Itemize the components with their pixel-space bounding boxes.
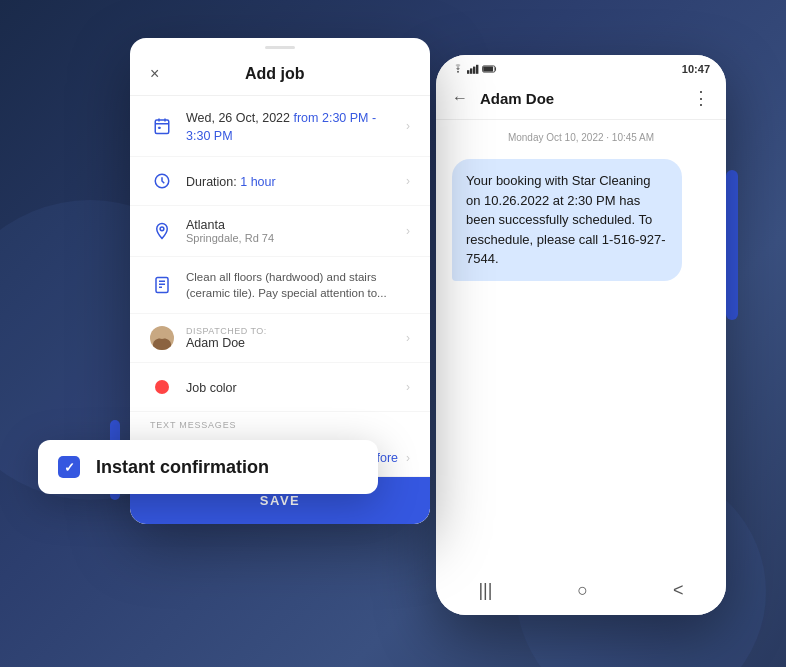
location-content: Atlanta Springdale, Rd 74 (186, 218, 398, 244)
chevron-right-icon: › (406, 174, 410, 188)
svg-rect-16 (483, 67, 493, 72)
nav-home-icon[interactable]: ○ (577, 580, 588, 601)
phone-nav-bar: ||| ○ < (436, 570, 726, 615)
chevron-right-icon: › (406, 451, 410, 465)
sms-phone: 10:47 ← Adam Doe ⋮ Monday Oct 10, 2022 ·… (436, 55, 726, 615)
close-button[interactable]: × (150, 66, 159, 82)
date-content: Wed, 26 Oct, 2022 from 2:30 PM - 3:30 PM (186, 108, 398, 144)
checkmark-icon: ✓ (64, 460, 75, 475)
nav-recent-apps-icon[interactable]: ||| (478, 580, 492, 601)
card-header: × Add job (130, 49, 430, 96)
date-row[interactable]: Wed, 26 Oct, 2022 from 2:30 PM - 3:30 PM… (130, 96, 430, 157)
notes-content: Clean all floors (hardwood) and stairs (… (186, 269, 410, 301)
svg-rect-12 (470, 68, 472, 73)
svg-point-6 (160, 227, 164, 231)
duration-row[interactable]: Duration: 1 hour › (130, 157, 430, 206)
document-icon (150, 273, 174, 297)
chat-header: ← Adam Doe ⋮ (436, 79, 726, 120)
svg-rect-4 (158, 127, 160, 129)
chat-bubble: Your booking with Star Cleaning on 10.26… (452, 159, 682, 281)
location-icon (150, 219, 174, 243)
chat-date-label: Monday Oct 10, 2022 · 10:45 AM (436, 120, 726, 151)
notes-row[interactable]: Clean all floors (hardwood) and stairs (… (130, 257, 430, 314)
instant-confirmation-card: ✓ Instant confirmation (38, 440, 378, 494)
card-title: Add job (245, 65, 305, 83)
avatar-icon (150, 326, 174, 350)
duration-content: Duration: 1 hour (186, 172, 398, 190)
svg-rect-11 (467, 70, 469, 74)
color-swatch-icon (150, 375, 174, 399)
back-button[interactable]: ← (452, 89, 468, 107)
section-label: TEXT MESSAGES (150, 420, 410, 430)
nav-back-icon[interactable]: < (673, 580, 684, 601)
status-icons (452, 64, 498, 74)
text-messages-section: TEXT MESSAGES (130, 412, 430, 440)
calendar-icon (150, 114, 174, 138)
svg-rect-14 (476, 65, 478, 74)
instant-confirm-checkbox[interactable]: ✓ (58, 456, 80, 478)
phone-status-bar: 10:47 (436, 55, 726, 79)
location-row[interactable]: Atlanta Springdale, Rd 74 › (130, 206, 430, 257)
job-color-row[interactable]: Job color › (130, 363, 430, 412)
dispatched-content: DISPATCHED TO: Adam Doe (186, 326, 398, 350)
status-time: 10:47 (682, 63, 710, 75)
clock-icon (150, 169, 174, 193)
decorative-bar-right (726, 170, 738, 320)
chevron-right-icon: › (406, 380, 410, 394)
job-color-content: Job color (186, 378, 398, 396)
svg-rect-0 (155, 120, 169, 134)
chat-bubble-container: Your booking with Star Cleaning on 10.26… (436, 151, 726, 289)
instant-confirm-label: Instant confirmation (96, 457, 269, 478)
svg-rect-13 (473, 67, 475, 74)
chevron-right-icon: › (406, 224, 410, 238)
chevron-right-icon: › (406, 331, 410, 345)
chevron-right-icon: › (406, 119, 410, 133)
dispatched-row[interactable]: DISPATCHED TO: Adam Doe › (130, 314, 430, 363)
contact-name: Adam Doe (480, 90, 692, 107)
more-options-button[interactable]: ⋮ (692, 87, 710, 109)
